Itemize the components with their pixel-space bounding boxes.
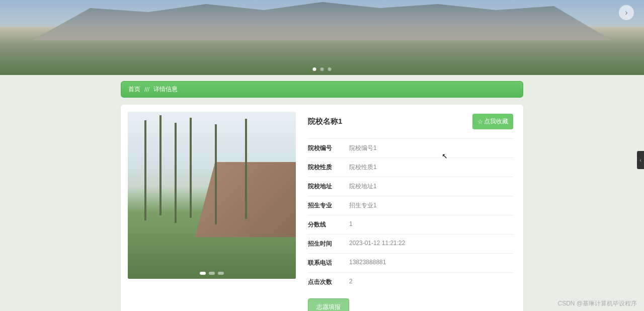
info-label: 院校地址 — [308, 182, 349, 191]
gallery-dot-1[interactable] — [200, 272, 206, 275]
info-label: 点击次数 — [308, 278, 349, 286]
gallery-dot-group — [200, 272, 224, 275]
hero-dot-1[interactable] — [313, 67, 316, 71]
image-gallery — [128, 112, 296, 311]
info-value: 13823888881 — [349, 259, 386, 267]
info-value: 院校性质1 — [349, 163, 377, 172]
gallery-image[interactable] — [128, 112, 296, 279]
info-row: 院校编号院校编号1 — [308, 138, 513, 158]
info-label: 院校编号 — [308, 144, 349, 152]
watermark: CSDN @基琳计算机毕设程序 — [557, 299, 637, 308]
info-value: 2 — [349, 278, 353, 286]
info-label: 院校性质 — [308, 163, 349, 172]
info-row: 院校地址院校地址1 — [308, 177, 513, 196]
info-row: 招生时间2023-01-12 11:21:22 — [308, 234, 513, 253]
favorite-button[interactable]: ☆点我收藏 — [472, 114, 513, 129]
detail-card: 院校名称1 ☆点我收藏 院校编号院校编号1院校性质院校性质1院校地址院校地址1招… — [121, 105, 523, 311]
favorite-button-label: 点我收藏 — [484, 117, 508, 126]
info-value: 院校地址1 — [349, 182, 377, 191]
main-container: 首页 /// 详情信息 院校名称1 ☆点我收藏 院校编号院校编号1院校性质院校性… — [121, 81, 523, 311]
info-row: 院校性质院校性质1 — [308, 158, 513, 177]
info-label: 招生专业 — [308, 201, 349, 210]
hero-dot-group — [313, 67, 332, 71]
info-row: 联系电话13823888881 — [308, 253, 513, 272]
info-label: 分数线 — [308, 220, 349, 229]
info-value: 招生专业1 — [349, 201, 377, 210]
breadcrumb-current: 详情信息 — [153, 85, 178, 94]
info-label: 联系电话 — [308, 259, 349, 267]
hero-dot-3[interactable] — [328, 67, 332, 71]
gallery-dot-3[interactable] — [218, 272, 224, 275]
chevron-right-icon: › — [625, 8, 627, 17]
star-icon: ☆ — [477, 118, 483, 125]
title-row: 院校名称1 ☆点我收藏 — [308, 114, 513, 135]
hero-carousel: › — [0, 0, 644, 75]
action-row: 志愿填报 — [308, 298, 513, 311]
info-label: 招生时间 — [308, 240, 349, 248]
chevron-left-icon: ‹ — [639, 157, 641, 163]
info-value: 1 — [349, 220, 353, 229]
info-value: 院校编号1 — [349, 144, 377, 152]
carousel-next-arrow[interactable]: › — [619, 5, 634, 20]
info-row: 分数线1 — [308, 215, 513, 234]
info-value: 2023-01-12 11:21:22 — [349, 240, 405, 248]
breadcrumb-separator: /// — [144, 86, 149, 93]
info-row: 点击次数2 — [308, 272, 513, 291]
page-title: 院校名称1 — [308, 117, 342, 126]
info-row: 招生专业招生专业1 — [308, 196, 513, 215]
breadcrumb-home-link[interactable]: 首页 — [128, 85, 140, 94]
gallery-dot-2[interactable] — [209, 272, 215, 275]
hero-dot-2[interactable] — [320, 67, 324, 71]
side-drawer-toggle[interactable]: ‹ — [637, 151, 644, 169]
breadcrumb: 首页 /// 详情信息 — [121, 81, 523, 98]
detail-panel: 院校名称1 ☆点我收藏 院校编号院校编号1院校性质院校性质1院校地址院校地址1招… — [308, 112, 516, 311]
apply-button[interactable]: 志愿填报 — [308, 298, 349, 311]
